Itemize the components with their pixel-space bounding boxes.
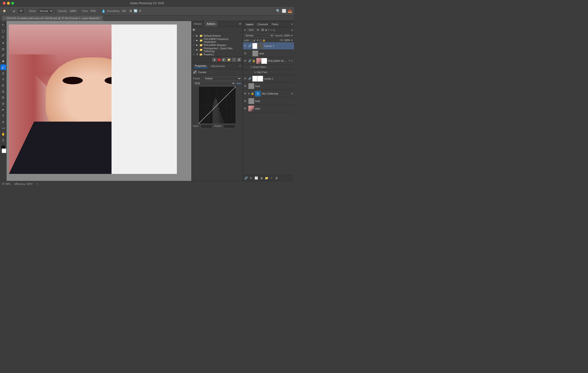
flow-value[interactable]: 37%	[90, 9, 97, 13]
layer-skin-softening[interactable]: 👁 ▶ 🔒 S Skin Softening ⊡	[243, 90, 294, 97]
share-icon[interactable]: 📤	[288, 9, 292, 13]
input-value[interactable]	[201, 125, 212, 128]
fill-chevron[interactable]: ▼	[291, 39, 293, 42]
filter-toggle[interactable]: ⊙	[291, 29, 293, 32]
visibility-icon[interactable]: 👁	[244, 59, 248, 63]
visibility-icon[interactable]: 👁	[244, 107, 248, 110]
magic-wand-tool[interactable]: ✦	[0, 40, 6, 46]
layer-heal-1[interactable]: 👁 heal	[243, 50, 294, 57]
tab-channels[interactable]: Channels	[255, 21, 270, 27]
brush-tool[interactable]: 🖌	[12, 9, 16, 13]
blend-dropdown[interactable]: Normal	[244, 34, 274, 38]
link-layers-button[interactable]: 🔗	[244, 176, 248, 180]
pressure-icon[interactable]: 🔄	[134, 9, 137, 13]
fx-button[interactable]: fx	[249, 176, 253, 180]
new-action-button[interactable]: +	[232, 58, 236, 62]
output-value[interactable]	[224, 125, 235, 128]
layer-start[interactable]: 👁 start	[243, 105, 294, 112]
properties-tab-2[interactable]: Adjustments	[209, 64, 226, 68]
action-default-actions[interactable]: ✓ ▶ 📁 Default Actions	[192, 33, 243, 38]
eyedropper-tool[interactable]: 🖉	[0, 52, 6, 58]
visibility-icon[interactable]: 👁	[244, 52, 248, 55]
tab-actions[interactable]: Actions	[204, 21, 218, 27]
move-tool[interactable]: ↖	[0, 22, 6, 28]
lock-artboard-icon[interactable]: ▢	[260, 39, 262, 42]
type-filter-icon[interactable]: T	[268, 29, 269, 32]
lasso-tool[interactable]: ⊂	[0, 34, 6, 40]
airbrush-icon[interactable]: 💧	[102, 9, 105, 13]
mode-dropdown[interactable]: Normal	[38, 9, 53, 13]
expand-icon[interactable]: ▶	[248, 92, 250, 95]
preset-dropdown[interactable]: Default	[203, 76, 241, 81]
brush-size[interactable]: 40	[18, 8, 24, 13]
layer-phlearn-sharpen[interactable]: 👁 🔗 🔒 PHLEARN Sharpen +1 ▼ ⊙	[243, 57, 294, 65]
panel-menu-icon[interactable]: ≫	[239, 22, 242, 25]
play-button[interactable]: ▶	[222, 58, 226, 62]
lock-transparent-icon[interactable]: ⬚	[250, 39, 252, 42]
delete-action-button[interactable]: 🗑	[237, 58, 241, 62]
visibility-icon[interactable]: 👁	[244, 44, 248, 48]
action-phlearn-freq[interactable]: ✓ ▶ 📁 PHLEARN Frequency Separation	[192, 38, 243, 43]
play-icon[interactable]: ▶	[193, 28, 196, 31]
crop-tool[interactable]: ⊡	[0, 46, 6, 52]
kind-dropdown[interactable]: Kind	[247, 28, 260, 32]
tab-close-icon[interactable]: ×	[4, 17, 5, 19]
channel-dropdown[interactable]: RGB	[193, 81, 235, 85]
maximize-button[interactable]	[11, 2, 14, 5]
properties-tab-1[interactable]: Properties	[193, 64, 208, 68]
history-brush-tool[interactable]: Y	[0, 76, 6, 82]
new-layer-button[interactable]: +	[270, 176, 274, 180]
smart-filter-icon[interactable]: ◎	[273, 29, 275, 32]
dodge-tool[interactable]: O	[0, 101, 6, 107]
opacity-value[interactable]: 100%	[69, 9, 77, 13]
layers-menu-icon[interactable]: ≡	[291, 23, 293, 26]
minimize-button[interactable]	[7, 2, 10, 5]
record-button[interactable]	[218, 58, 221, 61]
action-phlearn-sharpen[interactable]: ✓ ▶ 📁 PHLEARN Sharpen	[192, 43, 243, 47]
home-button[interactable]: 🏠	[2, 9, 7, 13]
lock-position-icon[interactable]: ✛	[257, 39, 259, 42]
add-mask-button[interactable]: ⬜	[254, 176, 258, 180]
stop-button[interactable]: ■	[212, 58, 217, 62]
traffic-lights[interactable]	[3, 2, 14, 5]
rectangle-select-tool[interactable]: ▢	[0, 28, 6, 34]
search-icon[interactable]: 🔍	[276, 9, 281, 13]
clone-stamp-tool[interactable]: S	[0, 71, 6, 76]
layer-heal-2[interactable]: 👁 heal	[243, 82, 294, 90]
visibility-icon[interactable]: 👁	[244, 85, 248, 88]
add-group-button[interactable]: 📁	[264, 176, 269, 180]
visibility-icon[interactable]: 👁	[244, 99, 248, 103]
gradient-tool[interactable]: G	[0, 89, 6, 94]
path-select-tool[interactable]: A	[0, 119, 6, 125]
spot-heal-tool[interactable]: ✚	[0, 58, 6, 64]
symmetry-icon[interactable]: ✳	[139, 9, 141, 13]
lock-all-icon[interactable]: 🔒	[262, 39, 265, 42]
brush-tool-left[interactable]: 🖌	[0, 64, 6, 70]
delete-layer-button[interactable]: 🗑	[275, 176, 279, 180]
layer-smart-filters[interactable]: ⊡ Smart Filters	[243, 65, 294, 70]
close-button[interactable]	[3, 2, 6, 5]
pen-tool[interactable]: ✒	[0, 107, 6, 113]
lock-pixels-icon[interactable]: 🖌	[253, 39, 256, 42]
shape-tool[interactable]: ▭	[0, 125, 6, 131]
opacity-chevron[interactable]: ▼	[291, 34, 293, 37]
visibility-icon[interactable]: 👁	[244, 92, 248, 95]
tab-paths[interactable]: Paths	[270, 21, 280, 27]
hand-tool[interactable]: ✋	[0, 131, 6, 137]
adjustment-filter-icon[interactable]: ◑	[265, 29, 267, 32]
blur-tool[interactable]: R	[0, 95, 6, 100]
zoom-tool-left[interactable]: Z	[0, 137, 6, 143]
filter-setting-icon[interactable]: ⊙	[254, 71, 256, 74]
add-adjustment-button[interactable]: ◑	[259, 176, 263, 180]
auto-button[interactable]: Auto	[236, 82, 241, 85]
visibility-icon[interactable]: 👁	[244, 77, 248, 80]
action-piximperfect[interactable]: ✓ ▶ 📁 PixImperfect - Quick Skin Softenin…	[192, 47, 243, 52]
zoom-icon[interactable]: ⬜	[282, 9, 286, 13]
action-purple11[interactable]: ✓ ▼ 📂 Purple11	[192, 52, 243, 56]
shape-filter-icon[interactable]: ▭	[270, 29, 272, 32]
pixel-filter-icon[interactable]: 🖼	[261, 29, 264, 32]
smoothing-value[interactable]: 0%	[121, 9, 127, 13]
layer-levels1[interactable]: 👁 🔗 Levels 1	[243, 75, 294, 82]
text-tool[interactable]: T	[0, 113, 6, 118]
properties-close-icon[interactable]: ×	[239, 64, 241, 68]
